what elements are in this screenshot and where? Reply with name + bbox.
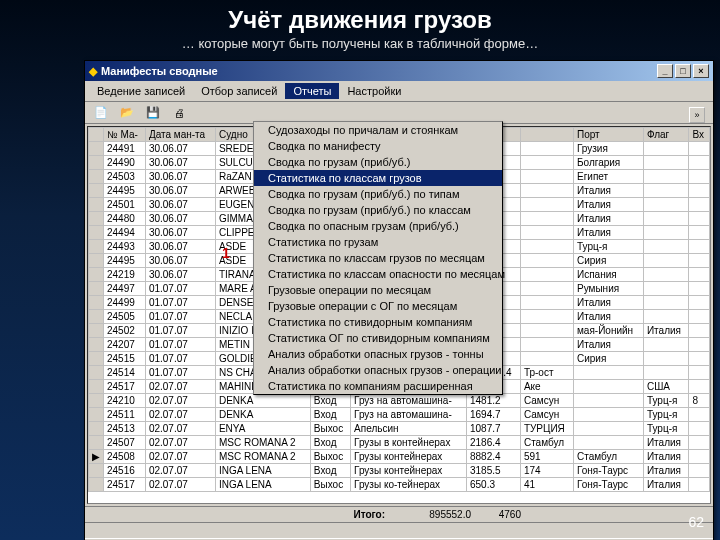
report-item[interactable]: Статистика по классам грузов по месяцам <box>254 250 502 266</box>
menu-settings[interactable]: Настройки <box>339 83 409 99</box>
slide-subtitle: … которые могут быть получены как в табл… <box>0 36 720 57</box>
report-item[interactable]: Статистика по классам опасности по месяц… <box>254 266 502 282</box>
slide-title: Учёт движения грузов <box>0 0 720 36</box>
window-title: Манифесты сводные <box>101 65 218 77</box>
report-item[interactable]: Статистика ОГ по стивидорным компаниям <box>254 330 502 346</box>
titlebar: ◆ Манифесты сводные _ □ × <box>85 61 713 81</box>
slide-number: 62 <box>688 514 704 530</box>
report-item[interactable]: Статистика по классам грузов <box>254 170 502 186</box>
report-item[interactable]: Статистика по компаниям расширенная <box>254 378 502 394</box>
callout-marker: 1 <box>222 245 230 261</box>
report-item[interactable]: Статистика по грузам <box>254 234 502 250</box>
column-header[interactable] <box>89 128 104 142</box>
report-item[interactable]: Грузовые операции по месяцам <box>254 282 502 298</box>
totals-value-2: 4760 <box>471 509 521 520</box>
column-header[interactable]: Порт <box>573 128 643 142</box>
table-row[interactable]: ▶2450802.07.07MSC ROMANA 2ВыхосГрузы кон… <box>89 450 710 464</box>
tool-save-icon[interactable]: 💾 <box>143 104 163 122</box>
close-button[interactable]: × <box>693 64 709 78</box>
report-item[interactable]: Сводка по грузам (приб/уб.) <box>254 154 502 170</box>
totals-label: Итого: <box>91 509 391 520</box>
tool-open-icon[interactable]: 📂 <box>117 104 137 122</box>
column-header[interactable]: № Ма- <box>104 128 146 142</box>
table-row[interactable]: 2451602.07.07INGA LENAВходГрузы контейне… <box>89 464 710 478</box>
report-item[interactable]: Грузовые операции с ОГ по месяцам <box>254 298 502 314</box>
menu-reports[interactable]: Отчеты <box>285 83 339 99</box>
reports-dropdown: Судозаходы по причалам и стоянкамСводка … <box>253 121 503 395</box>
tool-new-icon[interactable]: 📄 <box>91 104 111 122</box>
totals-value-1: 895552.0 <box>391 509 471 520</box>
report-item[interactable]: Судозаходы по причалам и стоянкам <box>254 122 502 138</box>
report-item[interactable]: Сводка по грузам (приб/уб.) по типам <box>254 186 502 202</box>
report-item[interactable]: Анализ обработки опасных грузов - тонны <box>254 346 502 362</box>
table-row[interactable]: 2451102.07.07DENKAВходГруз на автомашина… <box>89 408 710 422</box>
column-header[interactable]: Флаг <box>643 128 688 142</box>
menu-filter[interactable]: Отбор записей <box>193 83 285 99</box>
minimize-button[interactable]: _ <box>657 64 673 78</box>
horizontal-scrollbar[interactable] <box>85 522 713 538</box>
menubar: Ведение записей Отбор записей Отчеты Нас… <box>85 81 713 102</box>
report-item[interactable]: Анализ обработки опасных грузов - операц… <box>254 362 502 378</box>
report-item[interactable]: Сводка по грузам (приб/уб.) по классам <box>254 202 502 218</box>
toolbar-overflow-icon[interactable]: » <box>689 107 705 123</box>
table-row[interactable]: 2451302.07.07ENYAВыхосАпельсин1087.7ТУРЦ… <box>89 422 710 436</box>
table-row[interactable]: 2450702.07.07MSC ROMANA 2ВходГрузы в кон… <box>89 436 710 450</box>
totals-row: Итого: 895552.0 4760 <box>85 506 713 522</box>
report-item[interactable]: Статистика по стивидорным компаниям <box>254 314 502 330</box>
maximize-button[interactable]: □ <box>675 64 691 78</box>
column-header[interactable] <box>520 128 573 142</box>
report-item[interactable]: Сводка по опасным грузам (приб/уб.) <box>254 218 502 234</box>
app-icon: ◆ <box>89 65 97 78</box>
menu-records[interactable]: Ведение записей <box>89 83 193 99</box>
app-window: ◆ Манифесты сводные _ □ × Ведение записе… <box>84 60 714 540</box>
column-header[interactable]: Дата ман-та <box>145 128 215 142</box>
table-row[interactable]: 2451702.07.07INGA LENAВыхосГрузы ко-тейн… <box>89 478 710 492</box>
report-item[interactable]: Сводка по манифесту <box>254 138 502 154</box>
tool-print-icon[interactable]: 🖨 <box>169 104 189 122</box>
table-row[interactable]: 2421002.07.07DENKAВходГруз на автомашина… <box>89 394 710 408</box>
column-header[interactable]: Вх <box>689 128 710 142</box>
